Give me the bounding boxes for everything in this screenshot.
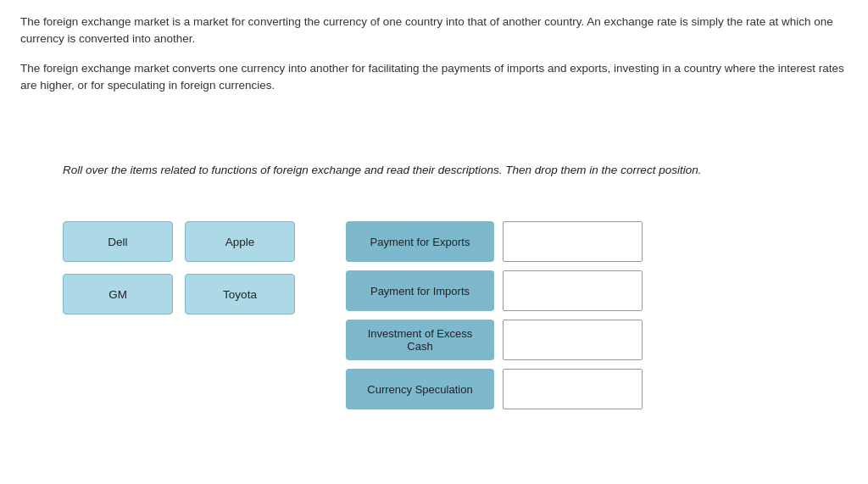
function-row-imports: Payment for Imports — [346, 270, 643, 311]
function-label-imports: Payment for Imports — [346, 270, 494, 311]
draggable-items-container: Dell Apple GM Toyota — [63, 221, 295, 314]
function-row-exports: Payment for Exports — [346, 221, 643, 262]
function-label-investment: Investment of Excess Cash — [346, 320, 494, 360]
intro-paragraph-1: The foreign exchange market is a market … — [20, 14, 848, 48]
drag-drop-area: Dell Apple GM Toyota Payment for Exports… — [63, 221, 848, 409]
function-row-speculation: Currency Speculation — [346, 369, 643, 409]
function-label-speculation: Currency Speculation — [346, 369, 494, 409]
draggable-item-dell[interactable]: Dell — [63, 221, 173, 262]
intro-paragraph-2: The foreign exchange market converts one… — [20, 60, 848, 95]
draggable-item-apple[interactable]: Apple — [185, 221, 295, 262]
draggable-item-toyota[interactable]: Toyota — [185, 274, 295, 314]
draggable-item-gm[interactable]: GM — [63, 274, 173, 314]
drop-zone-imports[interactable] — [503, 270, 643, 311]
drop-zone-exports[interactable] — [503, 221, 643, 262]
drop-zone-speculation[interactable] — [503, 369, 643, 409]
function-row-investment: Investment of Excess Cash — [346, 320, 643, 360]
instruction-text: Roll over the items related to functions… — [63, 162, 848, 179]
drop-zone-investment[interactable] — [503, 320, 643, 360]
functions-area: Payment for Exports Payment for Imports … — [346, 221, 643, 409]
function-label-exports: Payment for Exports — [346, 221, 494, 262]
